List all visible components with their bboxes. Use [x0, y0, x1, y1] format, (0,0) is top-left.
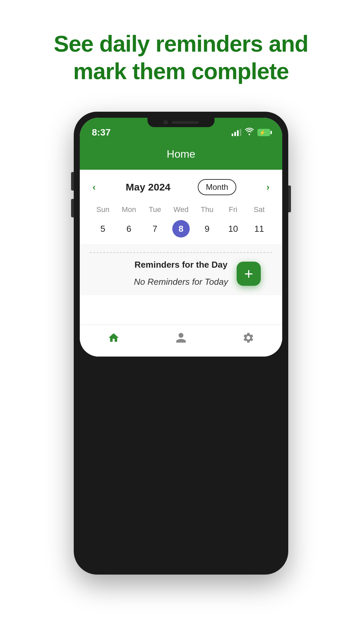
- weekday-sun: Sun: [90, 203, 116, 216]
- phone-screen: 8:37: [80, 118, 282, 357]
- weekday-mon: Mon: [116, 203, 142, 216]
- signal-bar-1: [232, 133, 233, 136]
- phone-top-bar: [147, 118, 215, 127]
- weekday-sat: Sat: [246, 203, 272, 216]
- calendar-nav: ‹ May 2024 Month ›: [90, 179, 272, 195]
- prev-month-button[interactable]: ‹: [90, 179, 98, 195]
- date-7[interactable]: 7: [142, 220, 168, 237]
- nav-settings[interactable]: [242, 332, 254, 346]
- bottom-nav: [80, 325, 282, 357]
- nav-profile[interactable]: [175, 332, 187, 346]
- battery-bolt: ⚡: [259, 129, 266, 136]
- date-11[interactable]: 11: [246, 220, 272, 237]
- volume-up-button: [71, 172, 74, 191]
- signal-bar-4: [240, 129, 241, 136]
- status-time: 8:37: [92, 127, 111, 138]
- add-icon: +: [244, 266, 253, 281]
- app-header-title: Home: [167, 148, 195, 160]
- person-icon: [175, 332, 187, 346]
- date-8-selected[interactable]: 8: [172, 220, 190, 237]
- home-icon: [108, 332, 120, 346]
- battery-icon: ⚡: [257, 129, 270, 136]
- month-view-button[interactable]: Month: [198, 179, 236, 195]
- date-9[interactable]: 9: [194, 220, 220, 237]
- headline: See daily reminders and mark them comple…: [27, 30, 335, 85]
- dates-row: 5 6 7 8 9 10 11: [90, 220, 272, 237]
- weekdays-row: Sun Mon Tue Wed Thu Fri Sat: [90, 203, 272, 216]
- nav-home[interactable]: [108, 332, 120, 346]
- volume-down-button: [71, 199, 74, 217]
- date-6[interactable]: 6: [116, 220, 142, 237]
- weekday-wed: Wed: [168, 203, 194, 216]
- headline-line2: mark them complete: [73, 58, 289, 84]
- app-header: Home: [80, 142, 282, 170]
- add-reminder-fab[interactable]: +: [237, 262, 261, 286]
- page-wrapper: See daily reminders and mark them comple…: [0, 0, 362, 644]
- calendar-section: ‹ May 2024 Month › Sun Mon Tue Wed Thu F…: [80, 170, 282, 244]
- power-button: [288, 185, 291, 212]
- camera-dot: [163, 120, 168, 125]
- date-10[interactable]: 10: [220, 220, 246, 237]
- speaker-bar: [172, 121, 199, 124]
- next-month-button[interactable]: ›: [264, 179, 272, 195]
- status-icons: ⚡: [232, 128, 270, 137]
- wifi-icon: [245, 128, 254, 137]
- weekday-fri: Fri: [220, 203, 246, 216]
- signal-bar-2: [234, 132, 236, 136]
- date-5[interactable]: 5: [90, 220, 116, 237]
- signal-bar-3: [237, 130, 239, 136]
- phone-frame: 8:37: [74, 112, 288, 575]
- divider: [90, 252, 272, 253]
- headline-line1: See daily reminders and: [54, 31, 308, 56]
- weekday-tue: Tue: [142, 203, 168, 216]
- weekday-thu: Thu: [194, 203, 220, 216]
- signal-icon: [232, 129, 241, 136]
- month-year-label: May 2024: [126, 181, 170, 193]
- settings-icon: [242, 332, 254, 346]
